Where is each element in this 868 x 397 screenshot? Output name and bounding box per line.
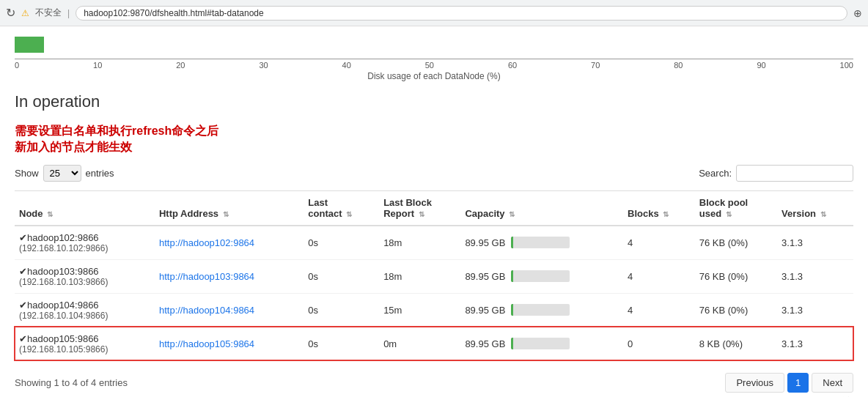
- cell-capacity-2: 89.95 GB: [460, 293, 623, 327]
- chart-title: Disk usage of each DataNode (%): [15, 71, 853, 81]
- http-link-3[interactable]: http://hadoop105:9864: [159, 338, 254, 349]
- cell-block-report-3: 0m: [379, 327, 460, 360]
- sort-capacity-icon[interactable]: ⇅: [509, 210, 515, 218]
- table-row: ✔hadoop105:9866 (192.168.10.105:9866) ht…: [15, 327, 853, 360]
- cell-block-report-2: 15m: [379, 293, 460, 327]
- zoom-icon[interactable]: ⊕: [853, 7, 862, 19]
- node-ip-1: (192.168.10.103:9866): [19, 277, 150, 287]
- axis-label-70: 70: [591, 61, 600, 70]
- cell-contact-2: 0s: [304, 293, 379, 327]
- capacity-text-2: 89.95 GB: [465, 305, 505, 316]
- col-http-address: Http Address ⇅: [155, 190, 304, 226]
- axis-label-50: 50: [425, 61, 434, 70]
- cell-capacity-1: 89.95 GB: [460, 259, 623, 293]
- capacity-bar-bg-3: [511, 338, 570, 349]
- cell-http-1: http://hadoop103:9864: [155, 259, 304, 293]
- node-ip-2: (192.168.10.104:9866): [19, 311, 150, 321]
- http-link-2[interactable]: http://hadoop104:9864: [159, 305, 254, 316]
- cell-contact-0: 0s: [304, 226, 379, 260]
- cell-http-0: http://hadoop102:9864: [155, 226, 304, 260]
- sort-version-icon[interactable]: ⇅: [820, 210, 826, 218]
- sort-http-icon[interactable]: ⇅: [223, 210, 229, 218]
- col-version: Version ⇅: [777, 190, 853, 226]
- show-entries: Show 10 25 50 100 entries: [15, 165, 114, 182]
- reload-icon[interactable]: ↻: [6, 6, 15, 20]
- cell-contact-3: 0s: [304, 327, 379, 360]
- col-node: Node ⇅: [15, 190, 155, 226]
- current-page-number[interactable]: 1: [787, 373, 809, 393]
- sort-block-report-icon[interactable]: ⇅: [419, 210, 424, 218]
- cell-pool-used-0: 76 KB (0%): [695, 226, 777, 260]
- capacity-bar-fill-1: [511, 270, 512, 282]
- previous-button[interactable]: Previous: [725, 373, 784, 393]
- node-name-1: ✔hadoop103:9866: [19, 266, 150, 277]
- cell-block-report-1: 18m: [379, 259, 460, 293]
- axis-label-40: 40: [342, 61, 351, 70]
- entries-select[interactable]: 10 25 50 100: [43, 165, 81, 182]
- capacity-bar-bg-1: [511, 270, 570, 282]
- axis-label-20: 20: [176, 61, 185, 70]
- cell-blocks-0: 4: [623, 226, 695, 260]
- url-bar[interactable]: [76, 6, 847, 21]
- section-title: In operation: [15, 92, 853, 111]
- annotation-line1: 需要设置白名单和执行refresh命令之后: [15, 125, 218, 137]
- axis-label-0: 0: [15, 61, 19, 70]
- browser-bar: ↻ ⚠ 不安全 | ⊕: [0, 0, 868, 26]
- table-row: ✔hadoop103:9866 (192.168.10.103:9866) ht…: [15, 259, 853, 293]
- cell-node-3: ✔hadoop105:9866 (192.168.10.105:9866): [15, 327, 155, 360]
- axis-label-60: 60: [508, 61, 517, 70]
- page-content: 0 10 20 30 40 50 60 70 80 90 100 Disk us…: [0, 26, 868, 397]
- cell-http-2: http://hadoop104:9864: [155, 293, 304, 327]
- col-capacity: Capacity ⇅: [460, 190, 623, 226]
- warning-icon: ⚠: [21, 8, 29, 18]
- cell-version-2: 3.1.3: [777, 293, 853, 327]
- search-row: Search:: [699, 165, 853, 182]
- chart-green-bar: [15, 37, 44, 53]
- entries-label: entries: [86, 168, 114, 179]
- capacity-text-1: 89.95 GB: [465, 271, 505, 282]
- cell-version-0: 3.1.3: [777, 226, 853, 260]
- table-header-row: Node ⇅ Http Address ⇅ Lastcontact ⇅ Last…: [15, 190, 853, 226]
- capacity-bar-fill-3: [511, 338, 512, 349]
- pagination-area: Showing 1 to 4 of 4 entries Previous 1 N…: [15, 373, 853, 393]
- node-name-2: ✔hadoop104:9866: [19, 300, 150, 311]
- table-row: ✔hadoop104:9866 (192.168.10.104:9866) ht…: [15, 293, 853, 327]
- node-ip-3: (192.168.10.105:9866): [19, 344, 150, 355]
- cell-contact-1: 0s: [304, 259, 379, 293]
- cell-blocks-1: 4: [623, 259, 695, 293]
- axis-label-100: 100: [840, 61, 853, 70]
- cell-pool-used-3: 8 KB (0%): [695, 327, 777, 360]
- capacity-bar-fill-2: [511, 304, 512, 316]
- pagination-buttons: Previous 1 Next: [725, 373, 853, 393]
- http-link-1[interactable]: http://hadoop103:9864: [159, 271, 254, 282]
- capacity-bar-fill-0: [511, 237, 512, 248]
- chart-bar-area: [15, 34, 853, 56]
- sort-blocks-icon[interactable]: ⇅: [663, 210, 669, 218]
- cell-block-report-0: 18m: [379, 226, 460, 260]
- axis-label-10: 10: [93, 61, 102, 70]
- cell-http-3: http://hadoop105:9864: [155, 327, 304, 360]
- col-blocks: Blocks ⇅: [623, 190, 695, 226]
- search-input[interactable]: [736, 165, 853, 182]
- axis-label-30: 30: [259, 61, 268, 70]
- cell-pool-used-1: 76 KB (0%): [695, 259, 777, 293]
- capacity-bar-bg-2: [511, 304, 570, 316]
- next-button[interactable]: Next: [812, 373, 853, 393]
- sort-pool-icon[interactable]: ⇅: [726, 210, 732, 218]
- sort-contact-icon[interactable]: ⇅: [346, 210, 352, 218]
- sort-node-icon[interactable]: ⇅: [47, 210, 53, 218]
- cell-node-1: ✔hadoop103:9866 (192.168.10.103:9866): [15, 259, 155, 293]
- capacity-bar-bg-0: [511, 237, 570, 248]
- chart-axis: 0 10 20 30 40 50 60 70 80 90 100: [15, 59, 853, 70]
- cell-capacity-3: 89.95 GB: [460, 327, 623, 360]
- search-label: Search:: [699, 168, 732, 179]
- cell-blocks-3: 0: [623, 327, 695, 360]
- showing-text: Showing 1 to 4 of 4 entries: [15, 377, 128, 388]
- http-link-0[interactable]: http://hadoop102:9864: [159, 237, 254, 248]
- node-name-0: ✔hadoop102:9866: [19, 232, 150, 243]
- cell-blocks-2: 4: [623, 293, 695, 327]
- cell-node-0: ✔hadoop102:9866 (192.168.10.102:9866): [15, 226, 155, 260]
- chart-container: 0 10 20 30 40 50 60 70 80 90 100 Disk us…: [15, 34, 853, 78]
- axis-label-80: 80: [674, 61, 683, 70]
- annotation-line2: 新加入的节点才能生效: [15, 141, 132, 153]
